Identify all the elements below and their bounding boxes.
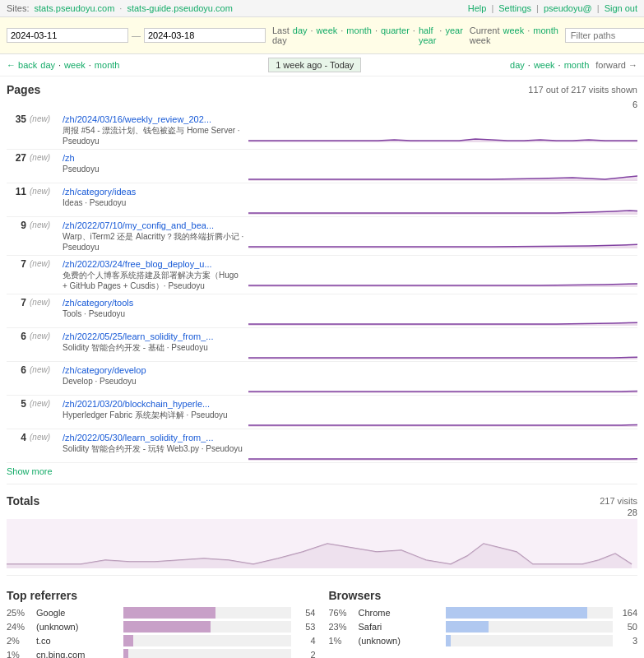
nav-month[interactable]: month	[346, 25, 372, 45]
ref-bar-container	[123, 649, 291, 658]
browser-name: Chrome	[355, 608, 446, 618]
page-link[interactable]: /zh	[63, 153, 75, 163]
browsers-list: 76% Chrome 164 23% Safari 50 1% (unknown…	[329, 607, 638, 646]
page-link[interactable]: /zh/category/develop	[63, 365, 146, 375]
pages-max-label: 6	[229, 100, 637, 109]
sep2: |	[491, 3, 493, 13]
page-row: 6 (new) /zh/2022/05/25/learn_solidity_fr…	[7, 328, 637, 362]
page-chart	[248, 296, 637, 326]
page-desc: Hyperledger Fabric 系统架构详解 · Pseudoyu	[63, 410, 245, 420]
totals-section: Totals 217 visits 28	[7, 494, 637, 568]
period-nav: ← back day · week · month 1 week ago - T…	[0, 54, 644, 76]
page-info: /zh/2021/03/20/blockchain_hyperle... Hyp…	[59, 397, 248, 421]
page-link[interactable]: /zh/2022/05/25/learn_solidity_from_...	[63, 331, 213, 341]
site1-link[interactable]: stats.pseudoyu.com	[35, 3, 115, 13]
site2-link[interactable]: stats-guide.pseudoyu.com	[127, 3, 232, 13]
browser-name: Safari	[355, 622, 446, 632]
help-link[interactable]: Help	[468, 3, 487, 13]
nav-year[interactable]: year	[445, 25, 462, 45]
date-to-input[interactable]	[144, 28, 266, 43]
signout-link[interactable]: Sign out	[605, 3, 637, 13]
page-desc: Develop · Pseudoyu	[63, 376, 245, 387]
period-center-label: 1 week ago - Today	[268, 58, 361, 72]
svg-marker-20	[7, 544, 632, 568]
page-link[interactable]: /zh/2022/07/10/my_config_and_bea...	[63, 220, 214, 230]
browser-bar-fill	[446, 635, 451, 646]
page-chart	[248, 219, 637, 248]
referrer-row: 2% t.co 4	[7, 635, 316, 646]
page-link[interactable]: /zh/2024/03/16/weekly_review_202...	[63, 114, 211, 124]
page-desc: Ideas · Pseudoyu	[63, 197, 245, 208]
top-nav-actions: Help | Settings | pseudoyu@ | Sign out	[468, 3, 637, 13]
page-chart	[248, 397, 637, 427]
page-desc: 周报 #54 - 漂流计划、钱包被盗与 Home Server · Pseudo…	[63, 125, 245, 146]
referrers-section: Top referrers 25% Google 54 24% (unknown…	[7, 589, 316, 658]
sparkline	[248, 397, 637, 427]
back-link[interactable]: ← back	[7, 60, 37, 70]
sparkline	[248, 364, 637, 393]
user-link[interactable]: pseudoyu@	[544, 3, 592, 13]
page-info: /zh/2022/05/25/learn_solidity_from_... S…	[59, 330, 248, 354]
totals-chart	[7, 519, 637, 568]
nav-week[interactable]: week	[317, 25, 338, 45]
page-row: 11 (new) /zh/category/ideas Ideas · Pseu…	[7, 183, 637, 217]
sparkline	[248, 219, 637, 248]
page-link[interactable]: /zh/2021/03/20/blockchain_hyperle...	[63, 399, 210, 409]
page-link[interactable]: /zh/2022/03/24/free_blog_deploy_u...	[63, 259, 212, 269]
page-new: (new)	[30, 113, 59, 123]
page-new: (new)	[30, 397, 59, 408]
ref-bar-fill	[123, 621, 211, 633]
fwd-week[interactable]: week	[534, 60, 555, 70]
back-day[interactable]: day	[40, 60, 55, 70]
current-month-link[interactable]: month	[533, 25, 558, 45]
fwd-day[interactable]: day	[510, 60, 525, 70]
ref-pct: 25%	[7, 608, 33, 618]
referrer-row: 25% Google 54	[7, 607, 316, 619]
date-from-input[interactable]	[7, 28, 128, 43]
page-row: 7 (new) /zh/2022/03/24/free_blog_deploy_…	[7, 256, 637, 294]
ref-name: (unknown)	[33, 622, 123, 632]
browser-pct: 23%	[329, 622, 355, 632]
page-count: 6	[7, 364, 30, 376]
browsers-section: Browsers 76% Chrome 164 23% Safari 50 1%…	[329, 589, 638, 658]
current-week-link[interactable]: week	[503, 25, 524, 45]
page-desc: Solidity 智能合约开发 - 玩转 Web3.py · Pseudoyu	[63, 443, 245, 454]
pages-list: 35 (new) /zh/2024/03/16/weekly_review_20…	[7, 111, 637, 463]
browser-row: 23% Safari 50	[329, 621, 638, 633]
divider1	[7, 484, 637, 484]
page-row: 9 (new) /zh/2022/07/10/my_config_and_bea…	[7, 217, 637, 256]
back-week[interactable]: week	[64, 60, 86, 70]
page-link[interactable]: /zh/category/ideas	[63, 187, 136, 197]
sep1: ·	[119, 3, 122, 13]
back-month[interactable]: month	[95, 60, 120, 70]
filter-input[interactable]	[565, 28, 644, 43]
page-link[interactable]: /zh/category/tools	[63, 298, 133, 308]
top-nav: Sites: stats.pseudoyu.com · stats-guide.…	[0, 0, 644, 17]
page-new: (new)	[30, 431, 59, 442]
browsers-title: Browsers	[329, 589, 638, 602]
divider2	[7, 575, 637, 576]
page-link[interactable]: /zh/2022/05/30/learn_solidity_from_...	[63, 433, 213, 443]
page-desc: Solidity 智能合约开发 - 基础 · Pseudoyu	[63, 342, 245, 353]
fwd-month[interactable]: month	[564, 60, 590, 70]
page-info: /zh/2022/07/10/my_config_and_bea... Warp…	[59, 219, 248, 253]
page-info: /zh Pseudoyu	[59, 151, 248, 175]
page-info: /zh/category/ideas Ideas · Pseudoyu	[59, 185, 248, 209]
ref-count: 2	[291, 650, 316, 658]
browser-bar-container	[446, 607, 614, 619]
nav-quarter[interactable]: quarter	[381, 25, 410, 45]
page-info: /zh/category/tools Tools · Pseudoyu	[59, 296, 248, 320]
pages-show-more[interactable]: Show more	[7, 466, 53, 476]
referrer-row: 1% cn.bing.com 2	[7, 649, 316, 658]
nav-halfyear[interactable]: half year	[419, 25, 436, 45]
period-back: ← back day · week · month	[7, 60, 119, 70]
filter-area: ⚙ View by day	[565, 21, 644, 50]
page-info: /zh/2022/05/30/learn_solidity_from_... S…	[59, 431, 248, 455]
period-forward: day · week · month forward →	[510, 60, 637, 70]
browser-name: (unknown)	[355, 636, 446, 646]
nav-day[interactable]: day	[293, 25, 308, 45]
totals-sparkline	[7, 519, 637, 568]
page-count: 35	[7, 113, 30, 125]
main-content: Pages 117 out of 217 visits shown 6 35 (…	[0, 76, 644, 658]
settings-link[interactable]: Settings	[498, 3, 531, 13]
